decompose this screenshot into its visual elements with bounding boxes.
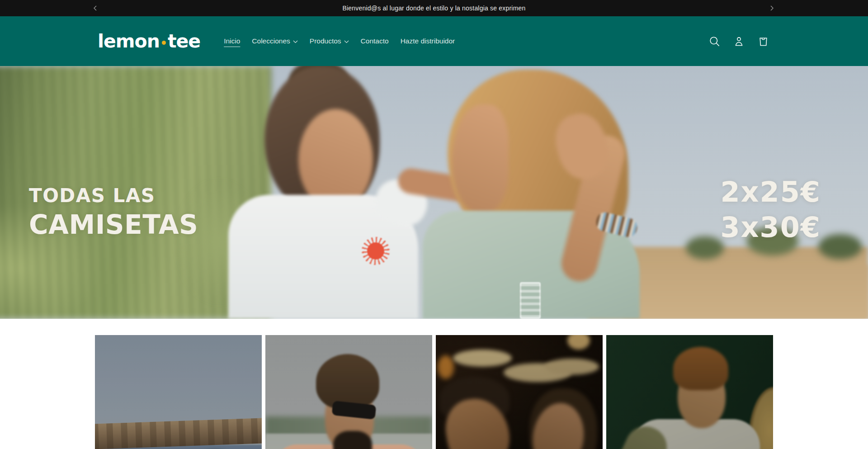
search-button[interactable] xyxy=(704,31,724,51)
search-icon xyxy=(708,35,721,47)
cart-icon xyxy=(757,35,769,47)
card-overlay xyxy=(436,335,603,449)
announcement-text: Bienvenid@s al lugar donde el estilo y l… xyxy=(342,5,525,12)
chevron-down-icon xyxy=(344,40,349,43)
announcement-next-button[interactable] xyxy=(765,2,778,14)
hero-headline-line1: TODAS LAS xyxy=(29,184,198,207)
hero-banner: TODAS LAS CAMISETAS 2x25€ 3x30€ xyxy=(0,66,868,319)
collections-section xyxy=(0,319,868,449)
hero-headline-line2: CAMISETAS xyxy=(29,209,198,240)
nav-item-contacto[interactable]: Contacto xyxy=(361,37,389,45)
tshirt-stamp-graphic xyxy=(520,282,541,319)
chevron-right-icon xyxy=(769,5,775,11)
collection-card-boat[interactable] xyxy=(95,335,262,449)
logo[interactable]: lemon tee xyxy=(98,30,200,52)
logo-text-right: tee xyxy=(168,30,200,52)
nav-item-inicio[interactable]: Inicio xyxy=(224,37,240,45)
site-header: lemon tee Inicio Colecciones Productos C… xyxy=(0,16,868,66)
collection-card-couple-bar[interactable] xyxy=(436,335,603,449)
chevron-left-icon xyxy=(92,5,99,11)
nav-item-productos[interactable]: Productos xyxy=(310,37,349,45)
logo-text-left: lemon xyxy=(98,30,160,52)
account-icon xyxy=(733,35,745,47)
cart-button[interactable] xyxy=(753,31,773,51)
hero-offer-line2: 3x30€ xyxy=(720,210,821,245)
announcement-prev-button[interactable] xyxy=(89,2,102,14)
main-nav: Inicio Colecciones Productos Contacto Ha… xyxy=(224,37,455,45)
hero-offer: 2x25€ 3x30€ xyxy=(720,175,821,245)
nav-item-hazte-distribuidor[interactable]: Hazte distribuidor xyxy=(401,37,455,45)
card-overlay xyxy=(265,335,432,449)
storefront-page: Bienvenid@s al lugar donde el estilo y l… xyxy=(0,0,868,449)
collection-card-man-green-room[interactable] xyxy=(606,335,773,449)
account-button[interactable] xyxy=(729,31,749,51)
announcement-bar: Bienvenid@s al lugar donde el estilo y l… xyxy=(0,0,868,16)
hero-sand-bright xyxy=(624,265,868,319)
woman2-face xyxy=(452,104,509,213)
collection-card-man-sunglasses[interactable] xyxy=(265,335,432,449)
hero-offer-line1: 2x25€ xyxy=(720,175,821,210)
nav-item-colecciones[interactable]: Colecciones xyxy=(252,37,297,45)
hero-headline: TODAS LAS CAMISETAS xyxy=(29,184,198,240)
tshirt-sun-core xyxy=(367,242,384,260)
logo-dot xyxy=(162,41,166,45)
card-overlay xyxy=(95,335,262,449)
chevron-down-icon xyxy=(293,40,298,43)
card-overlay xyxy=(606,335,773,449)
